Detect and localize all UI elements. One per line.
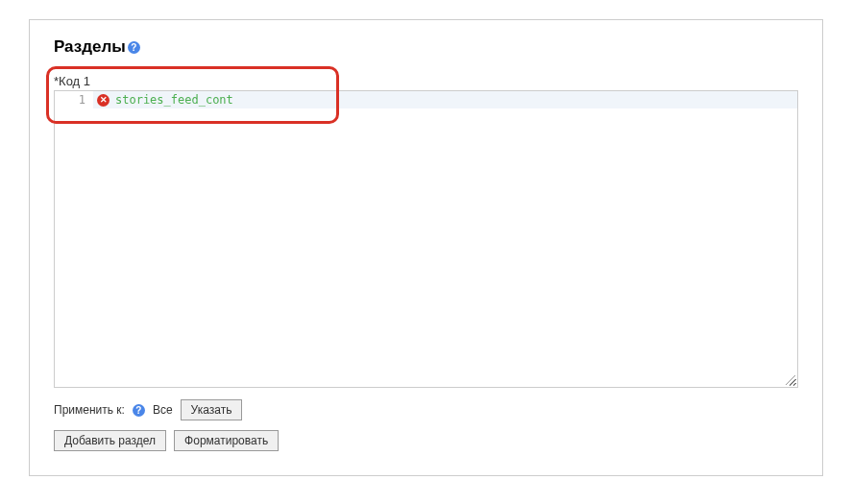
apply-all-link[interactable]: Все — [153, 403, 173, 417]
gutter-column — [55, 108, 93, 387]
svg-line-0 — [786, 375, 795, 385]
specify-button[interactable]: Указать — [181, 399, 243, 420]
code-content[interactable]: stories_feed_cont — [115, 93, 233, 107]
add-section-button[interactable]: Добавить раздел — [54, 430, 166, 451]
apply-to-label: Применить к: — [54, 403, 125, 417]
line-number: 1 — [55, 91, 93, 108]
help-icon[interactable]: ? — [128, 41, 140, 54]
help-icon[interactable]: ? — [133, 404, 145, 417]
code-label: *Код 1 — [54, 74, 798, 88]
code-editor[interactable]: 1 ✕ stories_feed_cont — [54, 90, 798, 388]
page-title: Разделы — [54, 37, 126, 57]
resize-handle-icon[interactable] — [784, 373, 795, 385]
code-section: *Код 1 1 ✕ stories_feed_cont — [54, 74, 798, 388]
format-button[interactable]: Форматировать — [174, 430, 279, 451]
svg-line-1 — [790, 379, 795, 385]
apply-to-row: Применить к: ? Все Указать — [54, 399, 798, 420]
button-row: Добавить раздел Форматировать — [54, 430, 798, 451]
code-line[interactable]: 1 ✕ stories_feed_cont — [55, 91, 797, 108]
section-title-row: Разделы ? — [54, 37, 798, 57]
main-panel: Разделы ? *Код 1 1 ✕ stories_feed_cont П… — [29, 19, 823, 476]
error-icon[interactable]: ✕ — [97, 94, 110, 107]
svg-line-2 — [793, 383, 795, 385]
